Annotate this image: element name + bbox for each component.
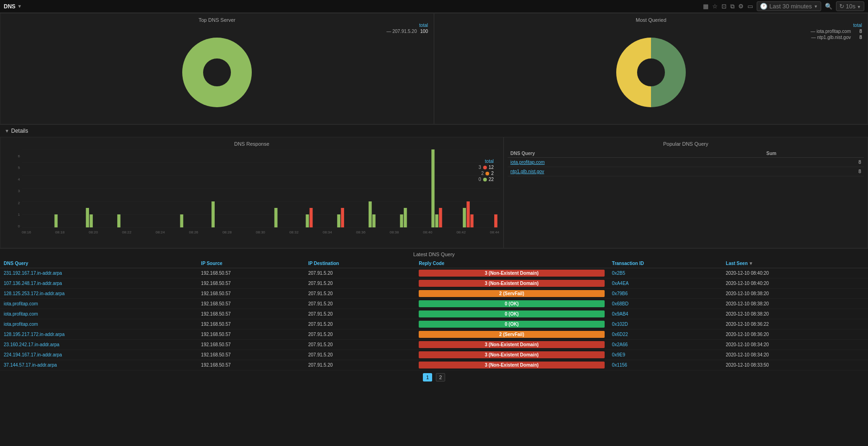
y-label-2: 2 bbox=[4, 201, 22, 205]
most-queried-panel: Most Queried total — iota.profitap.com 8… bbox=[434, 13, 868, 124]
row-query: 37.144.57.17.in-addr.arpa bbox=[0, 360, 198, 370]
svg-point-2 bbox=[637, 58, 665, 86]
y-label-3: 3 bbox=[4, 189, 22, 193]
row-txid: 0x102D bbox=[608, 319, 722, 330]
time-picker[interactable]: 🕐 Last 30 minutes ▼ bbox=[757, 1, 821, 11]
col-ip-destination[interactable]: IP Destination bbox=[305, 259, 415, 268]
top-dns-panel: Top DNS Server total — 207.91.5.20 100 bbox=[0, 13, 434, 124]
reply-badge: 3 (Non-Existent Domain) bbox=[419, 270, 605, 277]
middle-row: DNS Response 6 5 4 3 2 1 0 bbox=[0, 137, 868, 248]
row-reply: 3 (Non-Existent Domain) bbox=[415, 278, 608, 289]
reply-badge: 2 (ServFail) bbox=[419, 290, 605, 297]
col-last-seen[interactable]: Last Seen▼ bbox=[722, 259, 868, 268]
resp-total-2: 2 bbox=[491, 171, 494, 176]
svg-rect-30 bbox=[470, 214, 473, 227]
svg-rect-16 bbox=[274, 208, 278, 227]
col-reply-code[interactable]: Reply Code bbox=[415, 259, 608, 268]
row-dst: 207.91.5.20 bbox=[305, 340, 415, 350]
table-row: 224.194.167.17.in-addr.arpa 192.168.50.5… bbox=[0, 350, 868, 360]
reply-badge: 0 (OK) bbox=[419, 321, 605, 328]
row-query: 231.192.167.17.in-addr.arpa bbox=[0, 268, 198, 278]
svg-rect-18 bbox=[310, 208, 313, 227]
row-src: 192.168.50.57 bbox=[198, 278, 305, 289]
charts-row: Top DNS Server total — 207.91.5.20 100 M… bbox=[0, 13, 868, 124]
row-lastseen: 2020-12-10 08:38:20 bbox=[722, 299, 868, 309]
row-src: 192.168.50.57 bbox=[198, 299, 305, 309]
table-row: 107.136.248.17.in-addr.arpa 192.168.50.5… bbox=[0, 278, 868, 289]
x-label-834: 08:34 bbox=[323, 230, 332, 234]
most-queried-total-label: total bbox=[811, 23, 862, 28]
row-lastseen: 2020-12-10 08:40:20 bbox=[722, 268, 868, 278]
row-reply: 3 (Non-Existent Domain) bbox=[415, 268, 608, 278]
refresh-control[interactable]: ↻ 10s ▼ bbox=[836, 1, 864, 11]
svg-rect-27 bbox=[439, 208, 442, 227]
resp-code-3: 3 bbox=[479, 165, 481, 170]
svg-rect-10 bbox=[54, 214, 57, 227]
col-dns-query[interactable]: DNS Query bbox=[0, 259, 198, 268]
bar-chart-icon[interactable]: ▦ bbox=[703, 3, 708, 10]
legend-dns-label: — 207.91.5.20 bbox=[386, 29, 417, 34]
svg-rect-21 bbox=[369, 201, 372, 227]
top-dns-title: Top DNS Server bbox=[198, 17, 235, 23]
reply-badge: 3 (Non-Existent Domain) bbox=[419, 280, 605, 287]
col-transaction-id[interactable]: Transaction ID bbox=[608, 259, 722, 268]
row-reply: 2 (ServFail) bbox=[415, 289, 608, 299]
resp-dot-3 bbox=[483, 166, 487, 169]
row-query: 224.194.167.17.in-addr.arpa bbox=[0, 350, 198, 360]
row-txid: 0x2B5 bbox=[608, 268, 722, 278]
reply-badge: 0 (OK) bbox=[419, 310, 605, 317]
row-reply: 0 (OK) bbox=[415, 309, 608, 319]
most-queried-title: Most Queried bbox=[636, 17, 666, 23]
details-label: Details bbox=[11, 128, 28, 134]
table-row: 37.144.57.17.in-addr.arpa 192.168.50.57 … bbox=[0, 360, 868, 370]
page-btn-2[interactable]: 2 bbox=[436, 373, 445, 381]
resp-legend-0: 0 22 bbox=[479, 177, 494, 182]
pq-row: iota.profitap.com 8 bbox=[508, 158, 864, 167]
y-label-1: 1 bbox=[4, 213, 22, 217]
pq-query-link[interactable]: iota.profitap.com bbox=[511, 160, 545, 165]
display-icon[interactable]: ▭ bbox=[747, 3, 753, 10]
page-btn-1[interactable]: 1 bbox=[423, 373, 432, 381]
copy-icon[interactable]: ⧉ bbox=[730, 3, 734, 10]
col-ip-source[interactable]: IP Source bbox=[198, 259, 305, 268]
share-icon[interactable]: ⊡ bbox=[721, 3, 727, 10]
pq-query[interactable]: ntp1.glb.nist.gov bbox=[508, 167, 764, 176]
chevron-details-icon: ▾ bbox=[6, 128, 8, 134]
table-row: iota.profitap.com 192.168.50.57 207.91.5… bbox=[0, 299, 868, 309]
app-title[interactable]: DNS ▼ bbox=[4, 3, 22, 10]
legend-iota-val: 8 bbox=[853, 29, 862, 34]
svg-rect-19 bbox=[337, 214, 340, 227]
row-dst: 207.91.5.20 bbox=[305, 330, 415, 340]
time-label: Last 30 minutes bbox=[769, 3, 812, 10]
row-query: iota.profitap.com bbox=[0, 319, 198, 330]
x-label-838: 08:38 bbox=[389, 230, 399, 234]
svg-rect-11 bbox=[86, 208, 89, 227]
dns-response-title: DNS Response bbox=[4, 141, 499, 147]
legend-ntp-val: 8 bbox=[853, 35, 862, 40]
details-header[interactable]: ▾ Details bbox=[0, 124, 868, 137]
row-src: 192.168.50.57 bbox=[198, 309, 305, 319]
row-txid: 0x9E9 bbox=[608, 350, 722, 360]
legend-ntp-label: — ntp1.glb.nist.gov bbox=[811, 35, 851, 40]
row-txid: 0x79B6 bbox=[608, 289, 722, 299]
legend-iota: — iota.profitap.com 8 bbox=[811, 29, 862, 34]
row-src: 192.168.50.57 bbox=[198, 330, 305, 340]
row-query: 23.160.242.17.in-addr.arpa bbox=[0, 340, 198, 350]
row-dst: 207.91.5.20 bbox=[305, 289, 415, 299]
table-row: 128.195.217.172.in-addr.arpa 192.168.50.… bbox=[0, 330, 868, 340]
pq-query-link[interactable]: ntp1.glb.nist.gov bbox=[511, 169, 544, 174]
row-src: 192.168.50.57 bbox=[198, 268, 305, 278]
row-dst: 207.91.5.20 bbox=[305, 360, 415, 370]
resp-code-2: 2 bbox=[481, 171, 484, 176]
reply-badge: 3 (Non-Existent Domain) bbox=[419, 351, 605, 358]
pq-query[interactable]: iota.profitap.com bbox=[508, 158, 764, 167]
y-label-5: 5 bbox=[4, 166, 22, 170]
reply-badge: 0 (OK) bbox=[419, 300, 605, 307]
row-reply: 3 (Non-Existent Domain) bbox=[415, 360, 608, 370]
dns-response-panel: DNS Response 6 5 4 3 2 1 0 bbox=[0, 137, 504, 248]
settings-icon[interactable]: ⚙ bbox=[738, 3, 744, 10]
star-icon[interactable]: ☆ bbox=[712, 3, 718, 10]
row-lastseen: 2020-12-10 08:38:20 bbox=[722, 289, 868, 299]
y-label-6: 6 bbox=[4, 154, 22, 158]
search-icon[interactable]: 🔍 bbox=[825, 3, 832, 10]
